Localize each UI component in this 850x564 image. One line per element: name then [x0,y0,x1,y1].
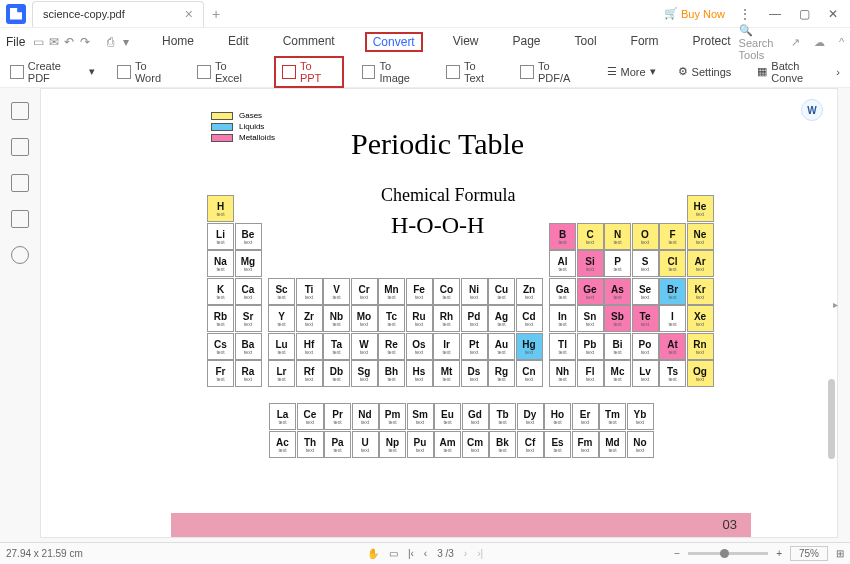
element-Sb: Sbtext [604,305,631,332]
more-button[interactable]: ☰ More ▾ [603,62,660,81]
to-pdfa-button[interactable]: To PDF/A [516,57,588,87]
element-Pt: Pttext [461,333,488,360]
menu-edit[interactable]: Edit [224,32,253,52]
chevron-down-icon[interactable]: ▾ [123,35,134,49]
element-Sg: Sgtext [351,360,378,387]
to-text-button[interactable]: To Text [442,57,502,87]
scroll-right-caret[interactable]: ▸ [833,299,838,310]
element-Ru: Rutext [406,305,433,332]
zoom-value[interactable]: 75% [790,546,828,561]
zoom-in-icon[interactable]: + [776,548,782,559]
element-Am: Amtext [434,431,461,458]
element-Tb: Tbtext [489,403,516,430]
minimize-button[interactable]: — [765,7,785,21]
last-page-icon[interactable]: ›| [477,548,483,559]
collapse-icon[interactable]: ^ [839,36,844,48]
element-Tm: Tmtext [599,403,626,430]
print-icon[interactable]: ⎙ [107,35,118,49]
buy-now-label: Buy Now [681,8,725,20]
app-icon [6,4,26,24]
cloud-icon[interactable]: ☁ [814,36,825,49]
legend: Gases Liquids Metalloids [211,111,275,144]
menu-convert[interactable]: Convert [365,32,423,52]
to-image-button[interactable]: To Image [358,57,429,87]
zoom-slider[interactable] [688,552,768,555]
share-icon[interactable]: ↗ [791,36,800,49]
to-ppt-button[interactable]: To PPT [274,56,343,88]
bookmark-icon[interactable] [11,138,29,156]
element-Bh: Bhtext [378,360,405,387]
page-indicator[interactable]: 3 /3 [437,548,454,559]
element-Os: Ostext [406,333,433,360]
mail-icon[interactable]: ✉ [49,35,60,49]
buy-now-link[interactable]: 🛒 Buy Now [664,7,725,20]
tab-title: science-copy.pdf [43,8,125,20]
element-Rb: Rbtext [207,305,234,332]
to-text-label: To Text [464,60,498,84]
page-number-bar: 03 [171,513,751,537]
menu-home[interactable]: Home [158,32,198,52]
zoom-out-icon[interactable]: − [674,548,680,559]
menu-view[interactable]: View [449,32,483,52]
comment-icon[interactable] [11,174,29,192]
fit-page-icon[interactable]: ⊞ [836,548,844,559]
element-Eu: Eutext [434,403,461,430]
menu-tool[interactable]: Tool [571,32,601,52]
redo-icon[interactable]: ↷ [80,35,91,49]
save-icon[interactable]: ▭ [33,35,44,49]
create-pdf-button[interactable]: Create PDF ▾ [6,57,99,87]
new-tab-button[interactable]: + [212,6,220,22]
next-page-icon[interactable]: › [464,548,467,559]
thumbnails-icon[interactable] [11,102,29,120]
element-In: Intext [549,305,576,332]
element-Lr: Lrtext [268,360,295,387]
menu-comment[interactable]: Comment [279,32,339,52]
close-button[interactable]: ✕ [824,7,842,21]
document-viewport[interactable]: W ▸ Gases Liquids Metalloids Periodic Ta… [40,88,838,538]
maximize-button[interactable]: ▢ [795,7,814,21]
batch-convert-button[interactable]: ▦ Batch Conve › [753,57,844,87]
search-icon[interactable] [11,246,29,264]
element-Fl: Fltext [577,360,604,387]
menu-file[interactable]: File [6,35,25,49]
to-excel-button[interactable]: To Excel [193,57,260,87]
document-page: Gases Liquids Metalloids Periodic Table … [171,97,751,537]
element-Ti: Titext [296,278,323,305]
element-Cr: Crtext [351,278,378,305]
element-Db: Dbtext [323,360,350,387]
legend-metalloids-label: Metalloids [239,133,275,142]
doc-title: Periodic Table [351,127,524,161]
element-Md: Mdtext [599,431,626,458]
menu-protect[interactable]: Protect [689,32,735,52]
element-Th: Thtext [297,431,324,458]
element-Rg: Rgtext [488,360,515,387]
element-Cn: Cntext [516,360,543,387]
more-icon[interactable]: ⋮ [735,7,755,21]
legend-liquids-swatch [211,123,233,131]
hand-tool-icon[interactable]: ✋ [367,548,379,559]
element-Pu: Putext [407,431,434,458]
create-pdf-label: Create PDF [28,60,85,84]
element-Sm: Smtext [407,403,434,430]
element-C: Ctext [577,223,604,250]
element-Ir: Irtext [433,333,460,360]
word-convert-badge[interactable]: W [801,99,823,121]
attachment-icon[interactable] [11,210,29,228]
element-Lv: Lvtext [632,360,659,387]
select-tool-icon[interactable]: ▭ [389,548,398,559]
scrollbar-vertical[interactable] [828,379,835,459]
element-Hf: Hftext [296,333,323,360]
to-word-button[interactable]: To Word [113,57,179,87]
element-Bk: Bktext [489,431,516,458]
undo-icon[interactable]: ↶ [64,35,75,49]
settings-button[interactable]: ⚙ Settings [674,57,736,87]
element-S: Stext [632,250,659,277]
element-Rn: Rntext [687,333,714,360]
document-tab[interactable]: science-copy.pdf × [32,1,204,27]
prev-page-icon[interactable]: ‹ [424,548,427,559]
search-tools[interactable]: 🔍 Search Tools [739,24,777,61]
menu-form[interactable]: Form [627,32,663,52]
tab-close-icon[interactable]: × [185,6,193,22]
first-page-icon[interactable]: |‹ [408,548,414,559]
menu-page[interactable]: Page [509,32,545,52]
